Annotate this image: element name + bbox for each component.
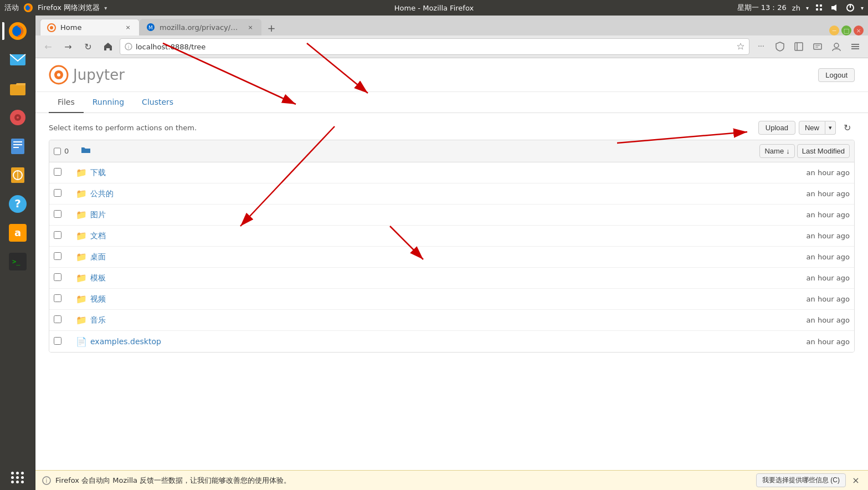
svg-rect-12	[10, 84, 25, 95]
svg-point-46	[57, 73, 60, 76]
svg-rect-3	[820, 4, 822, 7]
svg-point-15	[17, 116, 19, 119]
upload-button[interactable]: Upload	[758, 121, 795, 135]
hamburger-menu-button[interactable]	[847, 38, 864, 55]
file-checkbox-4[interactable]	[54, 252, 61, 260]
file-modified-0: an hour ago	[783, 169, 850, 177]
file-name-4[interactable]: 桌面	[90, 252, 783, 262]
app-menu-arrow[interactable]: ▾	[104, 5, 107, 11]
app-name-label[interactable]: Firefox 网络浏览器	[38, 3, 100, 13]
file-name-1[interactable]: 公共的	[90, 189, 783, 199]
folder-icon-6: 📁	[76, 294, 87, 304]
file-name-6[interactable]: 视频	[90, 294, 783, 304]
tab-close-home[interactable]: ×	[124, 23, 132, 32]
new-tab-button[interactable]: +	[264, 20, 279, 35]
jupyter-logo-text: Jupyter	[73, 67, 125, 83]
refresh-button[interactable]: ↻	[839, 120, 855, 135]
file-checkbox-1[interactable]	[54, 189, 61, 197]
file-checkbox-3[interactable]	[54, 231, 61, 239]
file-row: 📁 音乐 an hour ago	[49, 310, 854, 331]
tab-files[interactable]: Files	[49, 92, 84, 113]
choice-button[interactable]: 我要选择提供哪些信息 (C)	[756, 473, 846, 487]
volume-icon[interactable]	[830, 3, 840, 13]
tab-privacy[interactable]: M mozilla.org/privacy/firefo… ×	[140, 19, 261, 35]
modified-sort-button[interactable]: Last Modified	[797, 144, 850, 158]
new-button[interactable]: New	[799, 121, 825, 135]
sidebar-icon-audio[interactable]	[4, 104, 31, 131]
select-all-checkbox[interactable]	[54, 147, 61, 155]
forward-button[interactable]: →	[60, 38, 76, 55]
toolbar: Upload New ▾ ↻	[758, 120, 855, 135]
url-text: localhost:8888/tree	[136, 43, 733, 51]
name-sort-button[interactable]: Name ↓	[759, 144, 794, 158]
file-checkbox-2[interactable]	[54, 210, 61, 218]
folder-icon	[80, 145, 91, 156]
lang-dropdown-icon[interactable]: ▾	[806, 5, 809, 11]
jupyter-tabs: Files Running Clusters	[35, 92, 868, 113]
sidebar-icon-amazon[interactable]: a	[4, 220, 31, 246]
file-checkbox-5[interactable]	[54, 273, 61, 281]
sidebar-icon-files[interactable]	[4, 75, 31, 102]
home-button[interactable]	[100, 38, 116, 55]
svg-marker-6	[831, 4, 836, 11]
file-name-8[interactable]: examples.desktop	[90, 337, 783, 346]
minimize-button[interactable]: −	[829, 25, 839, 35]
svg-text:i: i	[128, 44, 130, 50]
lang-indicator[interactable]: zh	[792, 4, 800, 12]
row-check-6	[54, 294, 76, 304]
logout-button[interactable]: Logout	[818, 68, 855, 82]
synced-tabs-button[interactable]	[809, 38, 826, 55]
file-name-7[interactable]: 音乐	[90, 315, 783, 325]
file-checkbox-6[interactable]	[54, 294, 61, 302]
tab-clusters[interactable]: Clusters	[133, 92, 182, 113]
account-button[interactable]	[828, 38, 845, 55]
sidebar-icon-email[interactable]	[4, 47, 31, 73]
bookmark-icon[interactable]	[737, 43, 744, 50]
row-check-3	[54, 231, 76, 241]
folder-icon-3: 📁	[76, 231, 87, 241]
top-bar-left: 活动 Firefox 网络浏览器 ▾	[4, 3, 107, 13]
tab-running[interactable]: Running	[84, 92, 133, 113]
file-modified-7: an hour ago	[783, 316, 850, 324]
close-button[interactable]: ×	[854, 25, 864, 35]
sidebar-icon-terminal[interactable]: >_	[4, 248, 31, 275]
reload-button[interactable]: ↻	[80, 38, 96, 55]
file-name-3[interactable]: 文档	[90, 231, 783, 241]
activities-label[interactable]: 活动	[4, 3, 19, 13]
window-controls: − □ ×	[829, 25, 864, 35]
tab-close-privacy[interactable]: ×	[246, 23, 255, 32]
bookmarks-sidebar-button[interactable]	[790, 38, 807, 55]
sidebar-icon-draw[interactable]	[4, 162, 31, 188]
new-dropdown-button[interactable]: ▾	[825, 121, 836, 135]
power-dropdown-icon[interactable]: ▾	[861, 5, 864, 11]
svg-rect-16	[11, 139, 24, 154]
notification-close-button[interactable]: ×	[850, 475, 861, 486]
sidebar-icon-help[interactable]: ?	[4, 191, 31, 217]
maximize-button[interactable]: □	[841, 25, 851, 35]
network-icon[interactable]	[814, 3, 824, 13]
sidebar-icon-writer[interactable]	[4, 133, 31, 160]
file-modified-8: an hour ago	[783, 338, 850, 346]
secure-icon: i	[125, 43, 132, 50]
folder-icon-5: 📁	[76, 273, 87, 283]
svg-rect-35	[795, 43, 803, 50]
file-row: 📁 视频 an hour ago	[49, 289, 854, 310]
file-name-0[interactable]: 下载	[90, 168, 783, 178]
file-name-5[interactable]: 模板	[90, 273, 783, 283]
file-checkbox-8[interactable]	[54, 337, 61, 345]
url-bar[interactable]: i localhost:8888/tree	[120, 38, 749, 55]
shield-icon[interactable]	[772, 38, 788, 55]
power-icon[interactable]	[845, 3, 855, 13]
sidebar-icon-firefox[interactable]	[4, 18, 31, 44]
file-checkbox-7[interactable]	[54, 315, 61, 323]
file-modified-3: an hour ago	[783, 232, 850, 240]
file-checkbox-0[interactable]	[54, 168, 61, 176]
more-options-button[interactable]: ···	[753, 38, 769, 55]
tab-home[interactable]: Home ×	[40, 19, 140, 35]
header-check-area: 0 ▾	[54, 147, 76, 155]
file-modified-6: an hour ago	[783, 295, 850, 303]
file-table-header: 0 ▾ Name ↓ Last Modified	[49, 140, 854, 162]
back-button[interactable]: ←	[40, 38, 57, 55]
file-name-2[interactable]: 图片	[90, 210, 783, 220]
app-grid-button[interactable]	[11, 472, 24, 483]
